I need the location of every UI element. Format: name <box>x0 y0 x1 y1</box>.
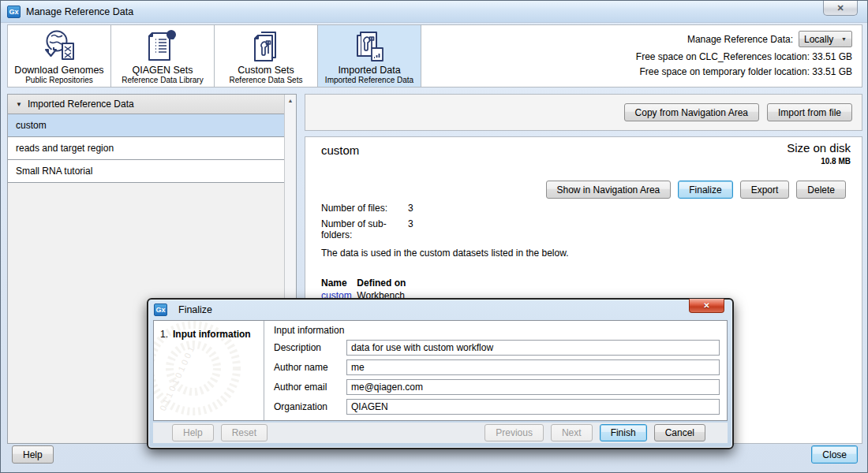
app-logo-icon: Gx <box>7 6 21 18</box>
tab-sublabel: Imported Reference Data <box>325 76 413 84</box>
dialog-previous-button[interactable]: Previous <box>485 424 544 441</box>
dialog-titlebar: Gx Finalize ✕ <box>148 300 732 319</box>
document-q-badge-icon: Q <box>142 29 183 64</box>
usage-text: The data is used in the custom datasets … <box>321 248 569 259</box>
document-tools-chart-icon <box>349 29 390 64</box>
wizard-step-1: 1. Input information <box>160 329 260 340</box>
author-email-field-row: Author email <box>274 379 720 395</box>
delete-button[interactable]: Delete <box>796 181 846 199</box>
locality-dropdown[interactable]: Locally ▼ <box>799 31 852 47</box>
sidebar-header-label: Imported Reference Data <box>28 99 134 110</box>
dialog-app-logo-icon: Gx <box>154 304 167 316</box>
author-email-label: Author email <box>274 382 346 393</box>
author-name-field-row: Author name <box>274 359 720 375</box>
dialog-button-bar: Help Reset Previous Next Finish Cancel <box>153 423 728 443</box>
tab-label: QIAGEN Sets <box>132 65 193 76</box>
dataset-stats: Number of files: 3 Number of sub-folders… <box>321 203 413 245</box>
wizard-steps-panel: 0 1 1 0 1 0 1 0 0 1 1. Input information <box>154 321 264 420</box>
close-button[interactable]: Close <box>811 445 858 464</box>
tab-download-genomes[interactable]: Download Genomes Public Repositories <box>8 25 111 87</box>
step-number: 1. <box>160 329 168 340</box>
dialog-help-button[interactable]: Help <box>172 424 214 441</box>
tab-sublabel: Reference Data Library <box>122 76 203 84</box>
size-on-disk-label: Size on disk <box>787 141 851 155</box>
table-header-name: Name <box>321 277 354 289</box>
ribbon-info-area: Manage Reference Data: Locally ▼ Free sp… <box>636 25 862 87</box>
sidebar-header-imported-reference-data[interactable]: ▼ Imported Reference Data <box>8 95 296 114</box>
dialog-cancel-button[interactable]: Cancel <box>654 424 705 441</box>
finalize-button[interactable]: Finalize <box>678 181 732 199</box>
step-label: Input information <box>173 329 251 340</box>
tab-custom-sets[interactable]: Custom Sets Reference Data Sets <box>215 25 318 87</box>
globe-download-icon <box>39 29 80 64</box>
input-information-group-label: Input information <box>274 325 720 336</box>
dialog-close-button[interactable]: ✕ <box>689 299 724 313</box>
tab-sublabel: Reference Data Sets <box>230 76 303 84</box>
dialog-finish-button[interactable]: Finish <box>600 424 647 441</box>
sidebar-item-reads-and-target-region[interactable]: reads and target region <box>8 137 284 160</box>
dialog-title: Finalize <box>178 304 212 315</box>
window-title: Manage Reference Data <box>26 6 133 17</box>
dialog-body: 0 1 1 0 1 0 1 0 0 1 1. Input information… <box>153 320 728 421</box>
number-of-files-value: 3 <box>408 203 413 214</box>
input-information-form: Input information Description Author nam… <box>264 321 727 420</box>
locality-dropdown-value: Locally <box>804 34 833 45</box>
description-label: Description <box>274 342 346 353</box>
tab-qiagen-sets[interactable]: Q QIAGEN Sets Reference Data Library <box>111 25 215 87</box>
import-from-file-button[interactable]: Import from file <box>767 103 852 121</box>
author-email-input[interactable] <box>346 379 720 395</box>
description-field-row: Description <box>274 340 720 356</box>
import-actions-bar: Copy from Navigation Area Import from fi… <box>305 94 862 131</box>
free-space-clc-references: Free space on CLC_References location: 3… <box>636 51 852 62</box>
free-space-temporary-folder: Free space on temporary folder location:… <box>636 66 852 77</box>
documents-tools-icon <box>245 29 286 64</box>
chevron-down-icon: ▼ <box>841 36 847 42</box>
export-button[interactable]: Export <box>740 181 790 199</box>
number-of-subfolders-value: 3 <box>408 218 413 240</box>
scroll-up-icon[interactable]: ▲ <box>285 95 296 106</box>
svg-text:Q: Q <box>169 32 174 39</box>
author-name-input[interactable] <box>346 359 720 375</box>
tab-sublabel: Public Repositories <box>25 76 93 84</box>
organization-field-row: Organization <box>274 399 720 415</box>
show-in-navigation-area-button[interactable]: Show in Navigation Area <box>546 181 672 199</box>
finalize-dialog: Gx Finalize ✕ 0 1 1 0 1 0 1 0 0 1 1. Inp… <box>147 298 734 449</box>
sidebar-item-custom[interactable]: custom <box>8 114 284 137</box>
dataset-title: custom <box>321 143 359 157</box>
table-header-defined-on: Defined on <box>357 277 406 289</box>
tab-label: Custom Sets <box>238 65 294 76</box>
help-button[interactable]: Help <box>12 445 54 464</box>
window-close-button[interactable]: ✕ <box>823 1 858 16</box>
tab-label: Imported Data <box>338 65 400 76</box>
copy-from-navigation-area-button[interactable]: Copy from Navigation Area <box>624 103 759 121</box>
number-of-subfolders-label: Number of sub-folders: <box>321 218 408 240</box>
sidebar-item-small-rna-tutorial[interactable]: Small RNA tutorial <box>8 160 284 183</box>
organization-input[interactable] <box>346 399 720 415</box>
size-on-disk-value: 10.8 MB <box>821 157 851 166</box>
organization-label: Organization <box>274 401 346 412</box>
reference-data-toolbar: Download Genomes Public Repositories Q Q… <box>7 24 862 88</box>
dialog-next-button[interactable]: Next <box>551 424 593 441</box>
tab-label: Download Genomes <box>14 65 103 76</box>
number-of-files-label: Number of files: <box>321 203 408 214</box>
dialog-reset-button[interactable]: Reset <box>221 424 268 441</box>
dataset-action-buttons: Show in Navigation Area Finalize Export … <box>546 181 846 199</box>
collapse-arrow-icon: ▼ <box>16 101 22 108</box>
author-name-label: Author name <box>274 362 346 373</box>
window-titlebar: Gx Manage Reference Data ✕ <box>1 1 867 23</box>
manage-location-label: Manage Reference Data: <box>687 34 793 45</box>
tab-imported-data[interactable]: Imported Data Imported Reference Data <box>318 25 421 87</box>
description-input[interactable] <box>346 340 720 356</box>
